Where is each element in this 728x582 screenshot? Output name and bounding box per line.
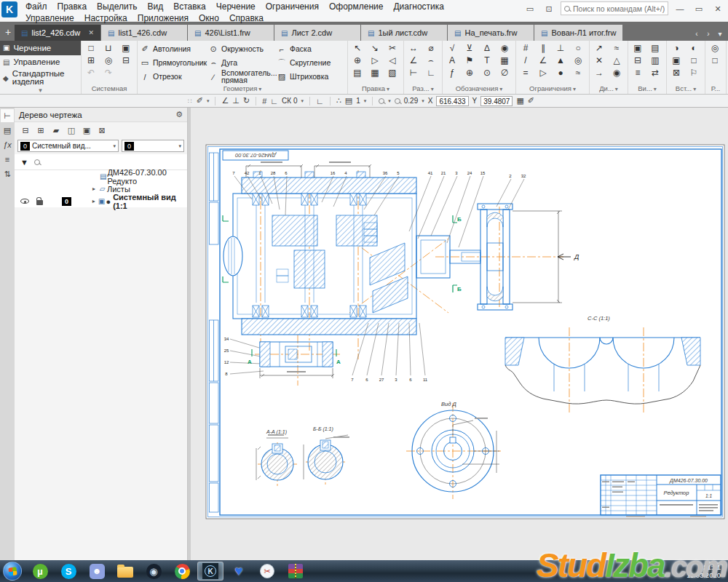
ribbon-tool-icon[interactable]: ▣	[669, 55, 684, 67]
filter-icon[interactable]: ▼	[20, 158, 28, 167]
ribbon-tool-icon[interactable]: ≡	[630, 67, 645, 79]
document-tab[interactable]: ▤list2_426.cdw✕	[15, 25, 100, 41]
tool-Штриховка[interactable]: ▨Штриховка	[277, 70, 345, 84]
ribbon-tab-Стандартные изделия[interactable]: ◆Стандартные изделия	[0, 69, 81, 87]
doc-preview-icon[interactable]: ⊡	[542, 2, 556, 15]
taskbar-snipping-tool[interactable]: ✂	[254, 562, 280, 581]
tree-toolbar-icon-3[interactable]: ◫	[65, 124, 78, 137]
side-panel-icon-4[interactable]: ⇅	[1, 167, 14, 180]
side-panel-icon-1[interactable]: ▤	[1, 124, 14, 137]
tool-Скругление[interactable]: ⌒Скругление	[277, 56, 345, 70]
ribbon-tool-icon[interactable]: ⊻	[462, 42, 477, 55]
tool-Дуга[interactable]: ⌢Дуга	[208, 56, 277, 70]
ribbon-tool-icon[interactable]: ▤	[350, 67, 365, 79]
ribbon-tool-icon[interactable]: ▷	[536, 67, 550, 79]
visibility-eye-icon[interactable]	[20, 199, 29, 204]
taskbar-discord[interactable]: ☻	[84, 562, 110, 581]
ribbon-tool-icon[interactable]: ✕	[592, 55, 606, 67]
group-expand-icon[interactable]: ▾	[573, 86, 576, 92]
command-search[interactable]	[561, 1, 668, 15]
ribbon-tool-icon[interactable]: ▷	[368, 55, 382, 67]
layer-filter-combo[interactable]: 0 ▾	[122, 140, 184, 152]
ribbon-tool-icon[interactable]: ↶	[84, 67, 98, 79]
ribbon-tool-icon[interactable]: □	[687, 55, 701, 67]
group-expand-icon[interactable]: ▾	[499, 86, 502, 92]
ribbon-tool-icon[interactable]: ↔	[406, 42, 421, 55]
menu-item-Окно[interactable]: Окно	[194, 12, 224, 24]
ribbon-tool-icon[interactable]: ∥	[536, 42, 550, 55]
document-tab[interactable]: ▤Лист 2.cdw	[274, 25, 360, 41]
tabs-scroll-left-icon[interactable]: ‹	[692, 30, 702, 38]
gear-icon[interactable]: ⚙	[175, 110, 183, 119]
taskbar-chrome[interactable]	[169, 562, 195, 581]
ribbon-tool-icon[interactable]: ▧	[385, 67, 400, 79]
tree-toolbar-icon-2[interactable]: ▰	[50, 124, 63, 137]
ribbon-tool-icon[interactable]: ▲	[553, 55, 568, 67]
toolbar-handle[interactable]: ∷	[188, 97, 193, 105]
drawing-svg[interactable]: ДМ426-07.30.00	[191, 108, 728, 560]
menu-item-Приложения[interactable]: Приложения	[132, 12, 194, 24]
ortho-icon[interactable]: ∟	[316, 97, 324, 105]
ribbon-tool-icon[interactable]: ∅	[497, 67, 512, 79]
ribbon-tool-icon[interactable]: A	[445, 55, 459, 67]
menu-item-Выделить[interactable]: Выделить	[92, 1, 142, 12]
ribbon-tool-icon[interactable]: ◎	[708, 42, 722, 55]
ribbon-tool-icon[interactable]: ∠	[406, 55, 421, 67]
menu-item-Файл[interactable]: Файл	[20, 1, 52, 12]
menu-item-Настройка[interactable]: Настройка	[79, 12, 132, 24]
ribbon-tool-icon[interactable]: ▦	[368, 67, 382, 79]
ribbon-tool-icon[interactable]: ○	[571, 42, 585, 55]
ribbon-tool-icon[interactable]: ▣	[630, 42, 645, 55]
menu-item-Управление[interactable]: Управление	[20, 12, 79, 24]
ribbon-tool-icon[interactable]: ↘	[368, 42, 382, 55]
ribbon-tool-icon[interactable]: √	[445, 42, 459, 55]
ribbon-tool-icon[interactable]: ⊥	[553, 42, 568, 55]
menu-item-Оформление[interactable]: Оформление	[324, 1, 388, 12]
ribbon-tool-icon[interactable]: ◑	[669, 42, 684, 55]
ribbon-tool-icon[interactable]: ●	[553, 67, 568, 79]
ribbon-tool-icon[interactable]: □	[708, 55, 722, 67]
zoom-value[interactable]: 0.29	[404, 97, 418, 105]
ribbon-tool-icon[interactable]: ⊢	[406, 67, 421, 79]
ribbon-tool-icon[interactable]: ∆	[480, 42, 494, 55]
perpendicular-snap-icon[interactable]: ⊥	[232, 96, 240, 105]
menu-item-Диагностика[interactable]: Диагностика	[388, 1, 449, 12]
ribbon-tool-icon[interactable]: ⚐	[687, 67, 701, 79]
rounding-icon[interactable]: ∴	[336, 96, 341, 105]
tool-Прямоугольник[interactable]: ▭Прямоугольник	[140, 56, 208, 70]
style-picker-icon[interactable]: ✐	[528, 96, 534, 105]
caret-icon[interactable]: ▸	[90, 198, 97, 204]
side-panel-icon-3[interactable]: ≡	[1, 153, 14, 166]
ribbon-tool-icon[interactable]: ⊟	[119, 55, 133, 67]
tree-toolbar-icon-0[interactable]: ⊟	[19, 124, 32, 137]
ribbon-tool-icon[interactable]: ✂	[385, 42, 400, 55]
caret-icon[interactable]: ▸	[90, 186, 98, 192]
ribbon-tool-icon[interactable]: ∠	[536, 55, 550, 67]
taskbar-utorrent[interactable]: µ	[27, 562, 53, 581]
ribbon-tool-icon[interactable]: ↖	[350, 42, 365, 55]
ribbon-tool-icon[interactable]: ▣	[119, 42, 133, 55]
taskbar-steam[interactable]: ◉	[141, 562, 167, 581]
tabs-scroll-right-icon[interactable]: ›	[703, 30, 713, 38]
ribbon-tool-icon[interactable]: ⊟	[630, 55, 645, 67]
taskbar-winrar[interactable]	[282, 562, 309, 581]
tool-Вспомогатель... прямая[interactable]: ∕Вспомогатель... прямая	[208, 70, 277, 84]
document-tab[interactable]: ▤list1_426.cdw	[101, 25, 187, 41]
taskbar-kompas[interactable]: K	[197, 562, 223, 581]
ribbon-tool-icon[interactable]: ⊞	[84, 55, 98, 67]
layer-value[interactable]: 1	[356, 97, 360, 105]
ribbon-tool-icon[interactable]: →	[592, 67, 606, 79]
ribbon-tool-icon[interactable]: /	[518, 55, 533, 67]
group-expand-icon[interactable]: ▾	[615, 86, 618, 92]
grid-icon[interactable]: #	[262, 97, 266, 105]
ribbon-tool-icon[interactable]: ⊠	[669, 67, 684, 79]
rotate-snap-icon[interactable]: ↻	[243, 96, 250, 105]
cursor-x-value[interactable]: 616.433	[436, 96, 468, 106]
tool-Окружность[interactable]: ⊙Окружность	[208, 42, 277, 56]
menu-item-Правка[interactable]: Правка	[52, 1, 92, 12]
ribbon-tool-icon[interactable]: ≈	[609, 42, 624, 55]
ribbon-tool-icon[interactable]: ◉	[609, 67, 624, 79]
start-button[interactable]	[3, 562, 22, 581]
tree-toolbar-icon-1[interactable]: ⊞	[34, 124, 47, 137]
tool-Отрезок[interactable]: /Отрезок	[140, 70, 208, 84]
